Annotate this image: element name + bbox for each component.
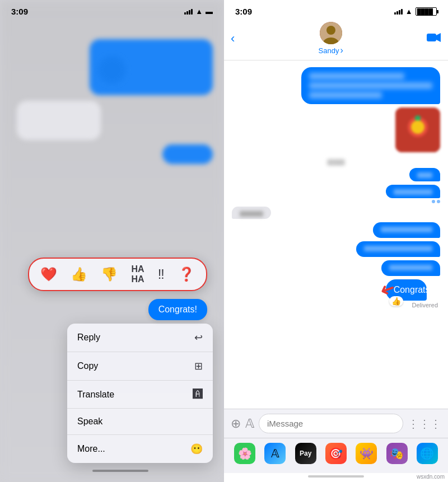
blurred-bubble-3	[162, 144, 213, 164]
dot1	[432, 200, 435, 203]
right-panel: 3:09 ▲ ████ ‹	[224, 0, 448, 482]
messages-area[interactable]: ·· ··:··	[224, 60, 448, 409]
congrats-bubble-left: Congrats!	[148, 299, 207, 320]
sent-bubble-1	[301, 67, 440, 104]
timestamp-text: ·· ··:··	[327, 159, 345, 166]
msg-row-congrats: Congrats! 👍	[232, 279, 440, 301]
copy-icon: ⊞	[194, 360, 203, 372]
delivered-label: Delivered	[232, 302, 440, 308]
applepay-app[interactable]: Pay	[295, 443, 316, 464]
contact-name[interactable]: Sandy ›	[319, 45, 343, 55]
context-menu: Reply ↩ Copy ⊞ Translate 🅰 Speak More...…	[67, 324, 213, 463]
browser-app[interactable]: 🌐	[417, 443, 438, 464]
app-dock: 🌸 𝔸 Pay 🎯 👾 🎭 🌐	[224, 438, 448, 473]
back-button[interactable]: ‹	[231, 31, 235, 46]
time-left: 3:09	[11, 7, 28, 16]
rbar1	[394, 12, 396, 15]
menu-label-more: More...	[77, 444, 105, 454]
reaction-thumbs-down[interactable]: 👎	[101, 266, 118, 282]
blurred-t5	[364, 246, 432, 251]
avatar[interactable]	[320, 22, 342, 44]
bar3	[189, 10, 190, 15]
blurred-t6	[389, 265, 432, 270]
app-store-button[interactable]: 𝔸	[245, 417, 254, 431]
home-indicator-right	[224, 473, 448, 482]
battery-tip	[437, 10, 438, 13]
christmas-image	[395, 107, 440, 152]
msg-row-6	[232, 260, 440, 276]
message-input[interactable]	[259, 414, 403, 433]
watermark: wsxdn.com	[417, 474, 445, 480]
blurred-bubble-1	[90, 39, 213, 95]
sent-bubble-4	[373, 222, 440, 238]
msg-row-5	[232, 241, 440, 257]
game-app[interactable]: 👾	[356, 443, 377, 464]
blurred-t4	[381, 227, 432, 232]
bar1	[184, 12, 186, 15]
game-icon: 👾	[360, 447, 374, 460]
rbar4	[401, 9, 403, 15]
input-bar: ⊕ 𝔸 ⋮⋮⋮	[224, 409, 448, 438]
sent-bubble-2	[409, 168, 440, 181]
recv-bubble-1	[232, 207, 271, 219]
status-bar-right: 3:09 ▲ ████	[224, 0, 448, 20]
svg-marker-4	[436, 33, 441, 42]
photos-app[interactable]: 🌸	[234, 443, 255, 464]
msg-row-2	[232, 168, 440, 181]
bar2	[186, 11, 188, 15]
more-icon: 😶	[190, 443, 203, 455]
voice-button[interactable]: ⋮⋮⋮	[408, 417, 441, 430]
wifi-icon-left: ▲	[195, 7, 203, 16]
blurred-text-2	[309, 82, 432, 89]
video-icon	[427, 32, 441, 43]
reply-icon: ↩	[194, 331, 203, 344]
dot2	[437, 200, 440, 203]
blurred-recv1	[240, 211, 263, 217]
reaction-bar[interactable]: ❤️ 👍 👎 HAHA ‼️ ❓	[28, 258, 207, 291]
reaction-haha[interactable]: HAHA	[132, 264, 144, 284]
time-right: 3:09	[235, 7, 252, 16]
camera-button[interactable]: ⊕	[231, 417, 241, 431]
msg-row-3	[232, 185, 440, 203]
msg-row-4	[232, 222, 440, 238]
menu-item-more[interactable]: More... 😶	[67, 435, 213, 463]
menu-item-reply[interactable]: Reply ↩	[67, 324, 213, 352]
msg-row-recv-1	[232, 207, 440, 219]
menu-item-copy[interactable]: Copy ⊞	[67, 352, 213, 381]
rbar3	[399, 10, 400, 15]
reaction-question[interactable]: ❓	[178, 266, 195, 282]
blurred-t2	[417, 172, 432, 178]
misc-icon: 🎭	[390, 447, 404, 460]
msg-row-img	[232, 107, 440, 156]
home-bar-right	[308, 475, 364, 478]
sent-bubble-6	[381, 260, 440, 276]
menu-item-translate[interactable]: Translate 🅰	[67, 381, 213, 409]
menu-item-speak[interactable]: Speak	[67, 409, 213, 435]
timestamp: ·· ··:··	[232, 159, 440, 166]
target-icon: 🎯	[329, 447, 343, 460]
video-call-button[interactable]	[427, 32, 441, 45]
bubble-group-3	[367, 185, 440, 203]
misc-app[interactable]: 🎭	[386, 443, 408, 464]
blurred-bubble-2	[17, 101, 101, 140]
reaction-heart[interactable]: ❤️	[40, 266, 57, 282]
sent-bubble-5	[356, 241, 440, 257]
svg-point-7	[411, 120, 424, 134]
appstore-app[interactable]: 𝔸	[264, 443, 286, 464]
nav-center: Sandy ›	[319, 22, 343, 55]
left-panel: 3:09 ▲ ▬ ❤️ 👍 👎 HAHA ‼️ ❓ Congrats!	[0, 0, 224, 482]
battery-icon-right: ████	[416, 7, 437, 16]
blurred-text-3	[309, 92, 382, 99]
reaction-exclamation[interactable]: ‼️	[158, 266, 165, 282]
wifi-icon-right: ▲	[405, 7, 413, 16]
home-indicator-left	[28, 470, 213, 472]
rbar2	[396, 11, 398, 15]
congrats-row: Congrats!	[28, 299, 213, 320]
translate-icon: 🅰	[193, 389, 203, 400]
battery-icon-left: ▬	[206, 7, 213, 16]
reaction-thumbs-up[interactable]: 👍	[71, 266, 87, 282]
status-icons-right: ▲ ████	[394, 7, 437, 16]
target-app[interactable]: 🎯	[325, 443, 347, 464]
reaction-container: ❤️ 👍 👎 HAHA ‼️ ❓ Congrats! Reply ↩ Copy …	[28, 258, 213, 472]
status-icons-left: ▲ ▬	[184, 7, 213, 16]
